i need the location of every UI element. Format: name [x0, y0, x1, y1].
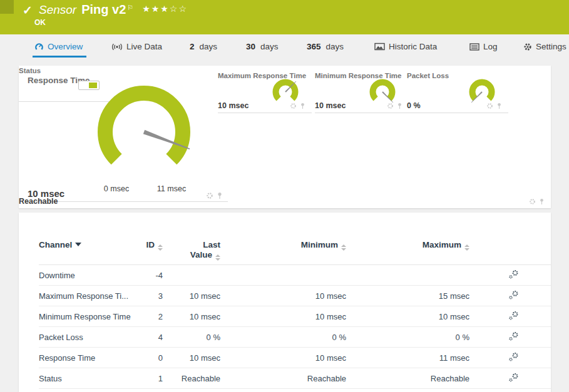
edit-channel-gears-icon[interactable] [508, 311, 519, 320]
tab-live-data[interactable]: Live Data [111, 42, 162, 51]
toggle-on-knob [89, 83, 97, 88]
table-row: Minimum Response Time 2 10 msec 10 msec … [39, 306, 551, 327]
historic-chart-icon [374, 43, 385, 51]
table-row: Packet Loss 4 0 % 0 % 0 % [39, 327, 551, 348]
edit-channel-gears-icon[interactable] [508, 331, 519, 341]
cell-last-value: 10 msec [163, 291, 220, 301]
tab-label: days [260, 42, 279, 51]
header-channel[interactable]: Channel [39, 240, 139, 250]
cell-id: 4 [139, 333, 163, 342]
cell-channel[interactable]: Response Time [39, 353, 139, 363]
edit-channel-gears-icon[interactable] [508, 290, 519, 299]
pin-icon[interactable] [496, 103, 502, 109]
tab-log[interactable]: Log [469, 42, 498, 51]
gauge-min-label: 0 msec [91, 184, 141, 193]
panel-value: 0 % [407, 101, 421, 110]
response-time-gauge [89, 77, 199, 187]
cell-maximum: Reachable [346, 374, 469, 383]
tab-label: days [200, 42, 218, 51]
edit-channel-gears-icon[interactable] [508, 373, 519, 382]
table-body: Downtime -4 Maximum Response Ti... 3 10 … [39, 265, 551, 389]
priority-stars[interactable]: ★★★☆☆ [142, 4, 188, 14]
table-row: Maximum Response Ti... 3 10 msec 10 msec… [39, 286, 551, 306]
tab-365-days[interactable]: 365 days [307, 42, 344, 51]
live-icon [111, 43, 123, 51]
header-id[interactable]: ID [139, 240, 163, 251]
cell-last-value: Reachable [163, 374, 220, 383]
cell-channel[interactable]: Status [39, 374, 139, 383]
header-maximum[interactable]: Maximum [346, 240, 469, 251]
max-response-time-panel: Maximum Response Time 10 msec [218, 71, 312, 113]
cell-id: -4 [139, 271, 163, 280]
gear-icon[interactable] [387, 103, 394, 109]
edit-channel-gears-icon[interactable] [508, 269, 519, 279]
cell-channel[interactable]: Downtime [39, 271, 139, 280]
gear-icon[interactable] [529, 198, 536, 205]
edit-channel-gears-icon[interactable] [508, 352, 519, 361]
tab-30-days[interactable]: 30 days [246, 42, 279, 51]
table-header-row: Channel ID Last Value Minimum Maximum [39, 213, 551, 265]
channel-table: Channel ID Last Value Minimum Maximum Do… [19, 213, 551, 389]
cell-minimum: 10 msec [220, 353, 346, 363]
cell-maximum: 11 msec [346, 353, 469, 363]
cell-last-value: 0 % [163, 333, 220, 342]
gear-icon[interactable] [290, 103, 297, 109]
pin-icon[interactable] [397, 103, 402, 109]
tab-number: 365 [307, 42, 321, 51]
log-icon [469, 43, 479, 51]
cell-channel[interactable]: Maximum Response Ti... [39, 291, 139, 301]
header-minimum[interactable]: Minimum [220, 240, 346, 251]
panel-title: Status [19, 67, 41, 74]
gauge-max-label: 11 msec [146, 184, 197, 193]
cell-id: 2 [139, 312, 163, 321]
cell-last-value: 10 msec [163, 353, 220, 363]
table-row: Status 1 Reachable Reachable Reachable [39, 368, 551, 389]
cell-channel[interactable]: Minimum Response Time [39, 312, 139, 321]
sensor-kind-label: Sensor [39, 3, 76, 16]
tab-settings[interactable]: Settings [523, 42, 566, 51]
panel-value: 10 msec [315, 101, 346, 110]
packet-loss-panel: Packet Loss 0 % [407, 71, 508, 113]
channel-table-card: Channel ID Last Value Minimum Maximum Do… [19, 213, 551, 392]
corner-accent [0, 0, 14, 14]
sort-icon [341, 244, 346, 251]
sort-icon [158, 244, 163, 251]
sort-icon [215, 254, 220, 261]
status-toggle-indicator [78, 81, 100, 90]
tab-historic-data[interactable]: Historic Data [374, 42, 437, 51]
tab-label: Settings [536, 42, 566, 51]
tab-label: Historic Data [389, 42, 437, 51]
min-response-time-panel: Minimum Response Time 10 msec [315, 71, 409, 113]
ok-check-icon: ✓ [23, 3, 33, 18]
sensor-status-header: ✓ SensorPing v2⚐★★★☆☆ OK [0, 0, 569, 34]
pin-icon[interactable] [300, 103, 305, 109]
cell-maximum: 10 msec [346, 312, 469, 321]
header-last-value[interactable]: Last Value [163, 240, 220, 261]
priority-flag-icon[interactable]: ⚐ [127, 4, 133, 11]
sensor-name: Ping v2 [81, 3, 126, 16]
tab-overview[interactable]: Overview [34, 42, 83, 51]
tab-number: 2 [190, 42, 195, 51]
panel-title: Packet Loss [407, 72, 449, 79]
gear-icon[interactable] [206, 192, 213, 199]
gear-icon [523, 43, 532, 51]
tab-label: Overview [48, 42, 83, 51]
cell-maximum: 0 % [346, 333, 469, 342]
tab-label: Log [483, 42, 498, 51]
cell-channel[interactable]: Packet Loss [39, 333, 139, 342]
cell-id: 1 [139, 374, 163, 383]
tab-label: Live Data [126, 42, 162, 51]
pin-icon[interactable] [217, 192, 223, 199]
gear-icon[interactable] [486, 103, 493, 109]
overview-gauges-card: Response Time 0 msec 11 msec 10 msec Max… [19, 66, 551, 208]
tab-bar: Overview Live Data 2 days 30 days 365 da… [0, 38, 569, 61]
sort-icon [464, 244, 469, 251]
cell-minimum: 0 % [220, 333, 346, 342]
sensor-title: SensorPing v2⚐★★★☆☆ [39, 3, 188, 17]
pin-icon[interactable] [539, 198, 545, 205]
cell-minimum: 10 msec [220, 312, 346, 321]
tab-2-days[interactable]: 2 days [190, 42, 217, 51]
cell-minimum: 10 msec [220, 291, 346, 301]
cell-id: 0 [139, 353, 163, 363]
sort-desc-icon [75, 243, 81, 246]
